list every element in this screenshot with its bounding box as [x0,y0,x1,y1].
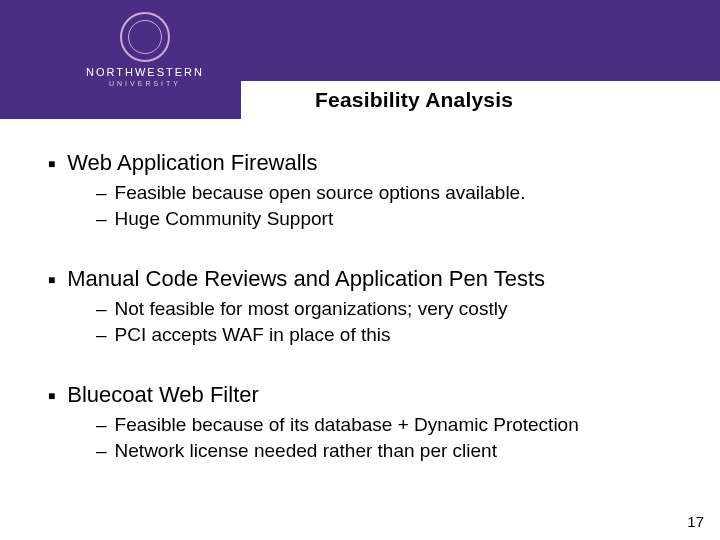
bullet-text: Web Application Firewalls [67,150,317,176]
bullet-2: ■ Manual Code Reviews and Application Pe… [48,266,688,292]
subbullet-1-2: – Huge Community Support [96,208,688,230]
dash-bullet-icon: – [96,182,107,204]
dash-bullet-icon: – [96,298,107,320]
dash-bullet-icon: – [96,324,107,346]
brand-logo: NORTHWESTERN UNIVERSITY [70,12,220,87]
slide-title: Feasibility Analysis [315,88,513,112]
dash-bullet-icon: – [96,440,107,462]
header: NORTHWESTERN UNIVERSITY Feasibility Anal… [0,0,720,122]
bullet-1: ■ Web Application Firewalls [48,150,688,176]
square-bullet-icon: ■ [48,157,55,171]
subbullet-text: PCI accepts WAF in place of this [115,324,391,346]
dash-bullet-icon: – [96,208,107,230]
university-seal-icon [120,12,170,62]
brand-subtext: UNIVERSITY [70,80,220,87]
subbullet-text: Not feasible for most organizations; ver… [115,298,508,320]
slide: NORTHWESTERN UNIVERSITY Feasibility Anal… [0,0,720,540]
subbullet-text: Huge Community Support [115,208,334,230]
page-number: 17 [687,513,704,530]
content-body: ■ Web Application Firewalls – Feasible b… [48,140,688,466]
subbullet-text: Feasible because open source options ava… [115,182,526,204]
subbullet-text: Network license needed rather than per c… [115,440,497,462]
subbullet-2-1: – Not feasible for most organizations; v… [96,298,688,320]
subbullet-1-1: – Feasible because open source options a… [96,182,688,204]
bullet-3: ■ Bluecoat Web Filter [48,382,688,408]
subbullet-3-2: – Network license needed rather than per… [96,440,688,462]
square-bullet-icon: ■ [48,273,55,287]
subbullet-3-1: – Feasible because of its database + Dyn… [96,414,688,436]
bullet-text: Manual Code Reviews and Application Pen … [67,266,545,292]
brand-wordmark: NORTHWESTERN [70,66,220,78]
dash-bullet-icon: – [96,414,107,436]
bullet-text: Bluecoat Web Filter [67,382,259,408]
subbullet-text: Feasible because of its database + Dynam… [115,414,579,436]
square-bullet-icon: ■ [48,389,55,403]
subbullet-2-2: – PCI accepts WAF in place of this [96,324,688,346]
